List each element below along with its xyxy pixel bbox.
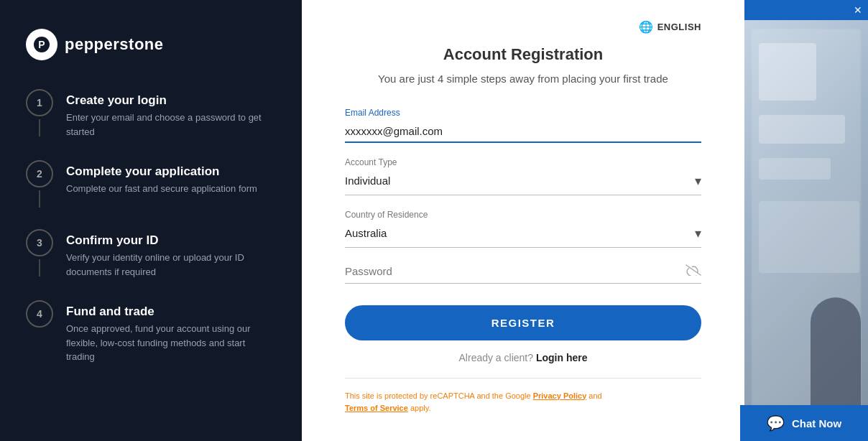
account-type-display[interactable]: Individual ▾ bbox=[345, 170, 701, 192]
register-button[interactable]: REGISTER bbox=[345, 305, 701, 340]
chat-bubble-icon: 💬 bbox=[767, 414, 785, 432]
logo-area: P pepperstone bbox=[26, 29, 276, 60]
privacy-policy-link[interactable]: Privacy Policy bbox=[533, 391, 587, 400]
right-top-bar: ✕ bbox=[744, 0, 868, 20]
step-content-1: Create your login Enter your email and c… bbox=[66, 89, 276, 139]
left-panel: P pepperstone 1 Create your login Enter … bbox=[0, 0, 302, 441]
already-client-text: Already a client? Login here bbox=[345, 352, 701, 363]
login-here-link[interactable]: Login here bbox=[536, 352, 588, 363]
country-value: Australia bbox=[345, 227, 387, 239]
account-type-label: Account Type bbox=[345, 157, 701, 167]
divider bbox=[345, 378, 701, 379]
step-line-1 bbox=[39, 119, 40, 136]
chevron-down-icon: ▾ bbox=[695, 173, 701, 189]
step-content-3: Confirm your ID Verify your identity onl… bbox=[66, 229, 276, 279]
step-line-3 bbox=[39, 259, 40, 277]
step-circle-4: 4 bbox=[26, 300, 53, 328]
step-title-3: Confirm your ID bbox=[66, 233, 276, 248]
globe-icon: 🌐 bbox=[639, 20, 653, 34]
step-desc-4: Once approved, fund your account using o… bbox=[66, 322, 276, 364]
chat-label: Chat Now bbox=[792, 417, 841, 430]
step-item-1: 1 Create your login Enter your email and… bbox=[26, 89, 276, 160]
step-circle-1: 1 bbox=[26, 89, 53, 116]
recaptcha-and: and bbox=[588, 391, 601, 400]
svg-text:P: P bbox=[38, 39, 45, 50]
step-content-4: Fund and trade Once approved, fund your … bbox=[66, 300, 276, 364]
recaptcha-text: This site is protected by reCAPTCHA and … bbox=[345, 390, 701, 415]
recaptcha-apply: apply. bbox=[410, 404, 431, 412]
account-type-select-wrapper[interactable]: Account Type Individual ▾ bbox=[345, 157, 701, 195]
country-select-wrapper[interactable]: Country of Residence Australia ▾ bbox=[345, 210, 701, 248]
step-item-3: 3 Confirm your ID Verify your identity o… bbox=[26, 229, 276, 300]
account-type-group: Account Type Individual ▾ bbox=[345, 157, 701, 195]
logo-text: pepperstone bbox=[65, 35, 164, 54]
email-label: Email Address bbox=[345, 108, 701, 118]
step-circle-2: 2 bbox=[26, 160, 53, 187]
step-line-2 bbox=[39, 190, 40, 208]
form-subtitle: You are just 4 simple steps away from pl… bbox=[345, 71, 701, 88]
account-type-value: Individual bbox=[345, 175, 390, 187]
step-content-2: Complete your application Complete our f… bbox=[66, 160, 257, 196]
logo-icon: P bbox=[26, 29, 57, 60]
right-background: ✕ bbox=[744, 0, 868, 441]
step-circle-3: 3 bbox=[26, 229, 53, 256]
recaptcha-line1: This site is protected by reCAPTCHA and … bbox=[345, 391, 531, 400]
lang-label: ENGLISH bbox=[657, 22, 701, 32]
country-label: Country of Residence bbox=[345, 210, 701, 220]
password-input[interactable] bbox=[345, 262, 685, 280]
step-desc-2: Complete our fast and secure application… bbox=[66, 182, 257, 196]
form-title: Account Registration bbox=[345, 45, 701, 64]
password-wrapper bbox=[345, 262, 701, 284]
step-title-1: Create your login bbox=[66, 93, 276, 108]
already-client-label: Already a client? bbox=[459, 352, 534, 363]
password-row bbox=[345, 262, 701, 280]
email-input[interactable] bbox=[345, 121, 701, 143]
lang-bar[interactable]: 🌐 ENGLISH bbox=[345, 20, 701, 34]
step-desc-1: Enter your email and choose a password t… bbox=[66, 111, 276, 139]
country-chevron-icon: ▾ bbox=[695, 226, 701, 241]
email-group: Email Address bbox=[345, 108, 701, 143]
step-item-2: 2 Complete your application Complete our… bbox=[26, 160, 276, 229]
password-group bbox=[345, 262, 701, 284]
center-panel: 🌐 ENGLISH Account Registration You are j… bbox=[302, 0, 744, 441]
tos-link[interactable]: Terms of Service bbox=[345, 404, 408, 412]
right-panel: ✕ bbox=[744, 0, 868, 441]
country-group: Country of Residence Australia ▾ bbox=[345, 210, 701, 248]
step-item-4: 4 Fund and trade Once approved, fund you… bbox=[26, 300, 276, 364]
step-desc-3: Verify your identity online or upload yo… bbox=[66, 251, 276, 279]
step-title-2: Complete your application bbox=[66, 164, 257, 179]
chat-widget[interactable]: 💬 Chat Now bbox=[740, 405, 868, 441]
step-title-4: Fund and trade bbox=[66, 305, 276, 319]
eye-slash-icon[interactable] bbox=[685, 263, 701, 279]
steps-list: 1 Create your login Enter your email and… bbox=[26, 89, 276, 364]
close-icon[interactable]: ✕ bbox=[854, 4, 862, 16]
country-display[interactable]: Australia ▾ bbox=[345, 223, 701, 244]
